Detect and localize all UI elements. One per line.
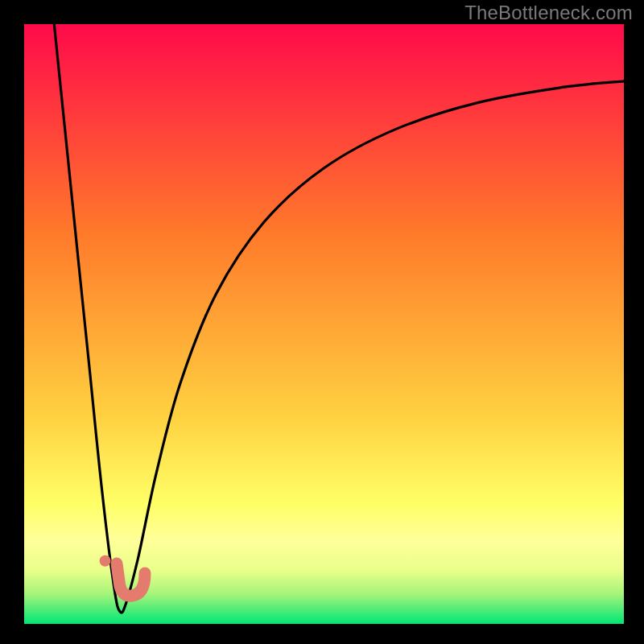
chart-frame: { "watermark": "TheBottleneck.com", "col… xyxy=(0,0,644,644)
heat-gradient xyxy=(24,24,624,624)
watermark-text: TheBottleneck.com xyxy=(464,2,633,24)
point-marker xyxy=(100,555,111,567)
bottleneck-chart xyxy=(0,0,644,644)
